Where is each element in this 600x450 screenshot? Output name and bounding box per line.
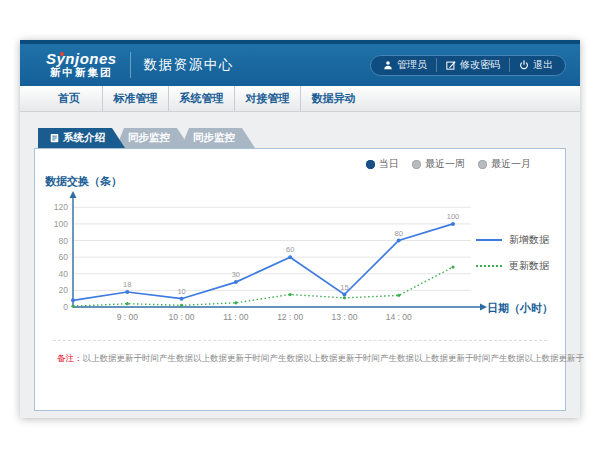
user-menu-label: 退出: [533, 58, 553, 72]
x-axis-ticks: 9 : 0010 : 0011 : 0012 : 0013 : 0014 : 0…: [117, 312, 412, 322]
data-point: [397, 294, 400, 297]
edit-icon: [446, 60, 456, 70]
time-filter-option[interactable]: 当日: [366, 157, 399, 171]
radio-icon: [478, 160, 487, 169]
data-point: [125, 290, 129, 294]
footer-note: 备注：以上数据更新于时间产生数据以上数据更新于时间产生数据以上数据更新于时间产生…: [57, 353, 584, 365]
y-axis-title: 数据交换（条）: [45, 174, 122, 189]
user-menu-item[interactable]: 退出: [509, 58, 553, 72]
header-divider: [130, 52, 131, 78]
svg-text:9 : 00: 9 : 00: [117, 312, 139, 322]
data-point: [451, 266, 454, 269]
logout-icon: [519, 60, 529, 70]
data-point-label: 10: [177, 287, 185, 296]
tab[interactable]: 同步监控: [116, 128, 190, 148]
legend-label: 新增数据: [509, 233, 549, 247]
radio-icon: [412, 160, 421, 169]
time-filter-option[interactable]: 最近一月: [478, 157, 531, 171]
user-icon: [383, 60, 393, 70]
document-icon: [50, 133, 59, 143]
user-menu-item[interactable]: 修改密码: [436, 58, 500, 72]
time-filter-group: 当日最近一周最近一月: [366, 157, 531, 171]
legend-item: 更新数据: [476, 259, 549, 273]
legend-item: 新增数据: [476, 233, 549, 247]
radio-label: 当日: [379, 157, 399, 171]
data-point: [234, 301, 237, 304]
svg-text:0: 0: [63, 302, 68, 312]
data-point: [126, 302, 129, 305]
data-point: [343, 296, 346, 299]
user-menu-label: 修改密码: [460, 58, 500, 72]
nav-item[interactable]: 首页: [36, 86, 102, 111]
data-point: [234, 280, 238, 284]
gridlines: [73, 207, 471, 290]
logo-wordmark: Synjones: [46, 51, 117, 68]
data-point: [71, 305, 74, 308]
svg-text:60: 60: [59, 252, 69, 262]
tab[interactable]: 系统介绍: [38, 128, 125, 148]
user-menu-item[interactable]: 管理员: [383, 58, 427, 72]
app-window: Synjones 新中新集团 数据资源中心 管理员修改密码退出 首页标准管理系统…: [20, 40, 580, 418]
nav-item[interactable]: 系统管理: [168, 86, 234, 111]
logo-company-name: 新中新集团: [46, 67, 117, 79]
user-menu: 管理员修改密码退出: [370, 55, 566, 76]
data-point-label: 100: [447, 212, 460, 221]
x-axis-title: 日期（小时）: [487, 301, 553, 316]
data-point: [71, 298, 75, 302]
data-point: [180, 297, 184, 301]
tab[interactable]: 同步监控: [181, 128, 255, 148]
radio-label: 最近一周: [425, 157, 465, 171]
note-label: 备注：: [57, 353, 83, 363]
tab-label: 同步监控: [128, 131, 170, 145]
tab-label: 同步监控: [193, 131, 235, 145]
data-point-label: 60: [286, 245, 294, 254]
data-point: [342, 293, 346, 297]
tab-label: 系统介绍: [63, 131, 105, 145]
main-nav: 首页标准管理系统管理对接管理数据异动: [20, 86, 580, 112]
time-filter-option[interactable]: 最近一周: [412, 157, 465, 171]
tab-bar: 系统介绍同步监控同步监控: [34, 128, 566, 148]
data-point: [288, 255, 292, 259]
data-point: [451, 222, 455, 226]
app-title: 数据资源中心: [144, 56, 234, 74]
app-header: Synjones 新中新集团 数据资源中心 管理员修改密码退出: [20, 40, 580, 86]
content-panel: 当日最近一周最近一月 数据交换（条） 0204060801001209 : 00…: [34, 148, 566, 411]
line-chart: 0204060801001209 : 0010 : 0011 : 0012 : …: [43, 189, 495, 339]
nav-item[interactable]: 数据异动: [300, 86, 366, 111]
page-body: 系统介绍同步监控同步监控 当日最近一周最近一月 数据交换（条） 02040608…: [34, 128, 566, 411]
svg-text:10 : 00: 10 : 00: [169, 312, 195, 322]
legend-line-sample: [476, 239, 502, 241]
y-axis-ticks: 020406080100120: [54, 202, 68, 312]
nav-item[interactable]: 对接管理: [234, 86, 300, 111]
nav-item[interactable]: 标准管理: [102, 86, 168, 111]
radio-icon: [366, 160, 375, 169]
svg-text:40: 40: [59, 269, 69, 279]
svg-text:80: 80: [59, 236, 69, 246]
chart-legend: 新增数据更新数据: [476, 233, 549, 285]
divider: [53, 340, 547, 341]
svg-text:120: 120: [54, 202, 68, 212]
logo: Synjones 新中新集团: [46, 51, 117, 79]
radio-label: 最近一月: [491, 157, 531, 171]
note-text: 以上数据更新于时间产生数据以上数据更新于时间产生数据以上数据更新于时间产生数据以…: [83, 353, 585, 363]
data-point-label: 80: [395, 229, 403, 238]
data-point-label: 30: [232, 270, 240, 279]
svg-text:14 : 00: 14 : 00: [386, 312, 412, 322]
svg-text:12 : 00: 12 : 00: [277, 312, 303, 322]
svg-text:13 : 00: 13 : 00: [331, 312, 357, 322]
svg-text:20: 20: [59, 285, 69, 295]
legend-line-sample: [476, 265, 502, 267]
user-menu-label: 管理员: [397, 58, 427, 72]
data-point: [180, 304, 183, 307]
data-point: [289, 293, 292, 296]
svg-text:11 : 00: 11 : 00: [223, 312, 249, 322]
data-point: [397, 239, 401, 243]
data-point-label: 15: [340, 283, 348, 292]
data-point-label: 18: [123, 280, 131, 289]
svg-text:100: 100: [54, 219, 68, 229]
logo-accent-dot: [60, 52, 64, 56]
legend-label: 更新数据: [509, 259, 549, 273]
